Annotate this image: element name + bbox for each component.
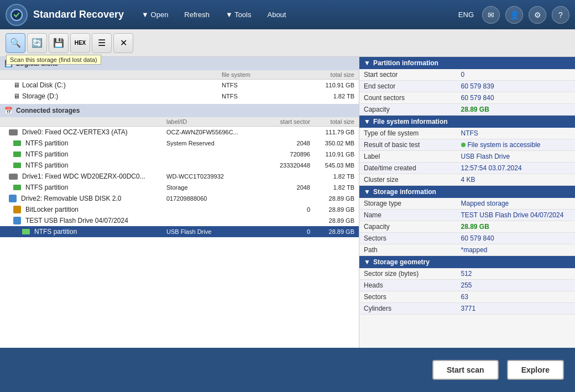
left-panel: 💾 Logical disks file system total size 🖥… <box>0 57 359 348</box>
bitlocker-icon <box>13 206 21 213</box>
refresh-view-button[interactable]: 🔄 <box>27 33 47 53</box>
ntfs-icon <box>13 163 21 168</box>
help-button[interactable]: ? <box>552 6 569 24</box>
save-button[interactable]: 💾 <box>49 33 69 53</box>
start-scan-button[interactable]: Start scan <box>432 360 499 380</box>
toolbar: 🔍 Scan this storage (find lost data) 🔄 💾… <box>0 29 575 57</box>
list-item[interactable]: Drive1: Fixed WDC WD20EZRX-00DC0... WD-W… <box>0 171 359 182</box>
table-row: Result of basic test File system is acce… <box>359 139 575 151</box>
disk-icon: 🖥 <box>13 92 20 100</box>
list-item[interactable]: BitLocker partition 0 28.89 GB <box>0 204 359 215</box>
table-row: Name TEST USB Flash Drive 04/07/2024 <box>359 210 575 221</box>
collapse-icon[interactable]: ▼ <box>364 188 370 196</box>
collapse-icon[interactable]: ▼ <box>364 258 370 266</box>
table-row: Sectors 60 579 840 <box>359 233 575 244</box>
table-row: Capacity 28.89 GB <box>359 221 575 233</box>
list-button[interactable]: ☰ <box>92 33 112 53</box>
close-icon: ✕ <box>120 38 127 48</box>
table-row: Capacity 28.89 GB <box>359 104 575 116</box>
hex-icon: HEX <box>75 40 86 46</box>
bottom-bar: Start scan Explore <box>0 348 575 392</box>
ntfs-icon <box>13 151 21 157</box>
list-item[interactable]: NTFS partition System Reserved 2048 350.… <box>0 138 359 149</box>
table-row: End sector 60 579 839 <box>359 81 575 92</box>
collapse-icon[interactable]: ▼ <box>364 118 370 126</box>
storage-info-table: Storage type Mapped storage Name TEST US… <box>359 198 575 256</box>
table-row: Cylinders 3771 <box>359 303 575 315</box>
logical-disks-col-headers: file system total size <box>0 70 359 80</box>
ntfs-icon <box>13 185 21 190</box>
list-item[interactable]: Drive0: Fixed OCZ-VERTEX3 (ATA) OCZ-AWNZ… <box>0 127 359 138</box>
table-row: Storage type Mapped storage <box>359 198 575 210</box>
list-item[interactable]: NTFS partition 233320448 545.03 MB <box>0 160 359 171</box>
col-filesystem: file system <box>222 71 310 78</box>
user-button[interactable]: 👤 <box>505 6 523 24</box>
settings-button[interactable]: ⚙ <box>529 6 546 24</box>
filesystem-info-header: ▼ File system information <box>359 116 575 128</box>
table-row: Cluster size 4 KB <box>359 174 575 186</box>
status-dot <box>461 143 466 147</box>
header-right: ENG ✉ 👤 ⚙ ? <box>458 6 569 24</box>
storage-geometry-header: ▼ Storage geometry <box>359 256 575 268</box>
table-row: Path *mapped <box>359 244 575 256</box>
header: Standard Recovery ▼ Open Refresh ▼ Tools… <box>0 0 575 29</box>
list-item[interactable]: NTFS partition USB Flash Drive 0 28.89 G… <box>0 226 359 237</box>
hex-button[interactable]: HEX <box>70 33 90 53</box>
table-row: Date/time created 12:57:54 03.07.2024 <box>359 163 575 174</box>
connected-col-headers: label/ID start sector total size <box>0 117 359 127</box>
table-row: Label USB Flash Drive <box>359 151 575 163</box>
scan-button[interactable]: 🔍 Scan this storage (find lost data) <box>6 33 25 53</box>
collapse-icon[interactable]: ▼ <box>364 59 370 67</box>
app-logo <box>6 4 28 26</box>
app-title: Standard Recovery <box>33 9 124 20</box>
usb-icon <box>9 195 17 202</box>
hdd-icon <box>9 129 18 135</box>
list-item[interactable]: 🖥Local Disk (C:) NTFS 110.91 GB <box>0 80 359 91</box>
table-row: Heads 255 <box>359 280 575 291</box>
disk-icon: 🖥 <box>13 81 20 89</box>
table-row: Type of file system NTFS <box>359 128 575 139</box>
right-panel: ▼ Partition information Start sector 0 E… <box>359 57 575 348</box>
table-row: Sector size (bytes) 512 <box>359 268 575 280</box>
list-item[interactable]: NTFS partition Storage 2048 1.82 TB <box>0 182 359 193</box>
col-size: total size <box>310 71 354 78</box>
table-row: Count sectors 60 579 840 <box>359 92 575 104</box>
list-item[interactable]: 🖥Storage (D:) NTFS 1.82 TB <box>0 91 359 102</box>
table-row: Sectors 63 <box>359 291 575 303</box>
storage-info-header: ▼ Storage information <box>359 186 575 198</box>
col-size2: total size <box>310 118 354 125</box>
nav-about[interactable]: About <box>260 7 292 22</box>
hdd-icon <box>9 174 18 180</box>
list-icon: ☰ <box>98 38 106 48</box>
refresh-icon: 🔄 <box>32 38 43 48</box>
list-item[interactable]: Drive2: Removable USB DISK 2.0 017209888… <box>0 193 359 204</box>
col-name2 <box>4 118 166 125</box>
list-item[interactable]: TEST USB Flash Drive 04/07/2024 28.89 GB <box>0 215 359 226</box>
col-sector2: start sector <box>255 118 310 125</box>
list-item[interactable]: NTFS partition 720896 110.91 GB <box>0 149 359 160</box>
language-selector[interactable]: ENG <box>458 11 474 19</box>
nav-refresh[interactable]: Refresh <box>177 7 216 22</box>
partition-info-header: ▼ Partition information <box>359 57 575 69</box>
main-content: 💾 Logical disks file system total size 🖥… <box>0 57 575 348</box>
col-name <box>4 71 222 78</box>
scan-icon: 🔍 <box>10 38 21 48</box>
table-row: Start sector 0 <box>359 69 575 81</box>
message-button[interactable]: ✉ <box>482 6 500 24</box>
connected-storages-header: 📅 Connected storages <box>0 104 359 117</box>
filesystem-info-table: Type of file system NTFS Result of basic… <box>359 128 575 186</box>
scan-tooltip: Scan this storage (find lost data) <box>6 55 101 65</box>
usb-partition-icon <box>13 217 21 224</box>
close-view-button[interactable]: ✕ <box>113 33 133 53</box>
col-label2: label/ID <box>166 118 255 125</box>
explore-button[interactable]: Explore <box>507 360 564 380</box>
storage-icon: 📅 <box>4 107 13 114</box>
save-icon: 💾 <box>53 38 64 48</box>
nav-bar: ▼ Open Refresh ▼ Tools About <box>135 7 458 22</box>
storage-geometry-table: Sector size (bytes) 512 Heads 255 Sector… <box>359 268 575 315</box>
ntfs-icon <box>13 140 21 146</box>
nav-tools[interactable]: ▼ Tools <box>219 7 258 22</box>
ntfs-icon <box>22 229 30 234</box>
partition-info-table: Start sector 0 End sector 60 579 839 Cou… <box>359 69 575 116</box>
nav-open[interactable]: ▼ Open <box>135 7 175 22</box>
